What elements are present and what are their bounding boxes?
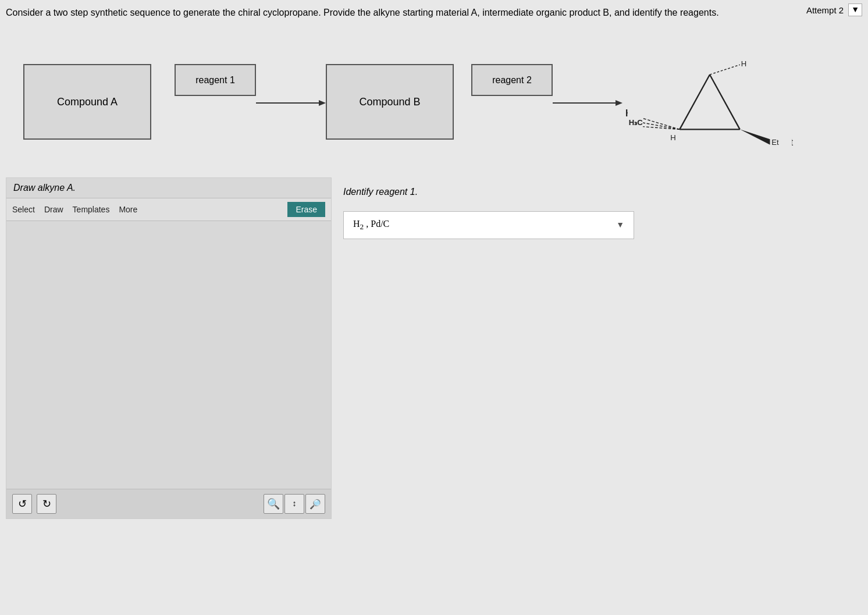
dropdown-arrow-icon: ▼ xyxy=(616,221,624,230)
redo-icon: ↻ xyxy=(42,497,51,510)
reagent-panel-title: Identify reagent 1. xyxy=(343,182,862,202)
zoom-in-button[interactable]: 🔍 xyxy=(264,494,283,514)
templates-tool[interactable]: Templates xyxy=(73,205,110,214)
arrow-1 xyxy=(256,97,326,109)
reagent-value: H2 , Pd/C xyxy=(353,219,389,232)
svg-text:Et: Et xyxy=(771,138,779,147)
zoom-reset-icon: ↕ xyxy=(293,499,297,509)
compound-b-label: Compound B xyxy=(359,96,420,108)
draw-canvas[interactable] xyxy=(6,221,331,489)
bottom-section: Draw alkyne A. Select Draw Templates Mor… xyxy=(6,177,862,519)
compound-b-box: Compound B xyxy=(326,64,454,140)
draw-tool[interactable]: Draw xyxy=(44,205,63,214)
compound-a-label: Compound A xyxy=(57,96,118,108)
redo-button[interactable]: ↻ xyxy=(37,494,56,514)
top-bar: Attempt 2 ▼ xyxy=(801,0,868,20)
reagent1-box: reagent 1 xyxy=(175,64,256,96)
zoom-in-icon: 🔍 xyxy=(267,497,280,510)
zoom-group: 🔍 ↕ 🔎 xyxy=(264,494,325,514)
undo-button[interactable]: ↺ xyxy=(12,494,32,514)
zoom-out-button[interactable]: 🔎 xyxy=(305,494,325,514)
reagent2-label: reagent 2 xyxy=(492,75,532,86)
svg-text:H₃C: H₃C xyxy=(629,118,643,127)
draw-panel-title: Draw alkyne A. xyxy=(6,178,331,198)
more-tool[interactable]: More xyxy=(119,205,137,214)
draw-toolbar: Select Draw Templates More Erase xyxy=(6,198,331,221)
select-tool[interactable]: Select xyxy=(12,205,35,214)
svg-marker-3 xyxy=(616,100,622,106)
erase-button[interactable]: Erase xyxy=(287,202,325,217)
attempt-dropdown[interactable]: ▼ xyxy=(848,3,862,16)
undo-icon: ↺ xyxy=(18,497,27,510)
product-structure: H₃C H Et H xyxy=(622,58,797,151)
svg-text:H: H xyxy=(670,133,676,142)
svg-marker-1 xyxy=(319,100,326,106)
svg-rect-12 xyxy=(628,58,792,151)
attempt-label: Attempt 2 xyxy=(806,5,844,15)
reagent1-label: reagent 1 xyxy=(195,75,235,86)
problem-statement: Consider a two step synthetic sequence t… xyxy=(6,8,719,17)
reagent2-box: reagent 2 xyxy=(471,64,553,96)
reagent-panel: Identify reagent 1. H2 , Pd/C ▼ xyxy=(343,177,862,519)
arrow-2 xyxy=(553,97,622,109)
draw-bottom-bar: ↺ ↻ 🔍 ↕ 🔎 xyxy=(6,489,331,518)
draw-panel: Draw alkyne A. Select Draw Templates Mor… xyxy=(6,177,332,519)
problem-text: Consider a two step synthetic sequence t… xyxy=(6,6,787,20)
reagent-dropdown[interactable]: H2 , Pd/C ▼ xyxy=(343,211,634,239)
reaction-area: Compound A reagent 1 Compound B reagent … xyxy=(6,47,862,163)
svg-text:H: H xyxy=(741,59,747,68)
zoom-out-icon: 🔎 xyxy=(310,499,321,510)
compound-a-box: Compound A xyxy=(23,64,151,140)
zoom-reset-button[interactable]: ↕ xyxy=(284,494,304,514)
